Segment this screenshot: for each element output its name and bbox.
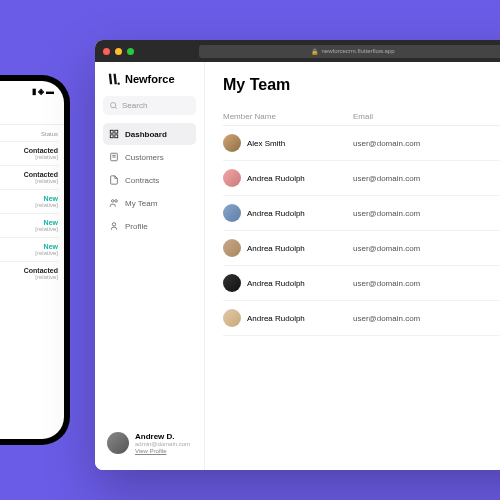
svg-point-12 — [112, 200, 115, 203]
table-row[interactable]: Andrea Rudolphuser@domain.com[relative] — [223, 301, 500, 336]
status-time: [relative] — [35, 202, 58, 208]
table-header: Member Name Email Last Active — [223, 108, 500, 126]
col-email: Email — [353, 112, 473, 121]
phone-list-header: Status — [0, 129, 58, 141]
user-name: Andrew D. — [135, 432, 190, 441]
minimize-dot[interactable] — [115, 48, 122, 55]
brand-logo-icon — [107, 72, 121, 86]
sidebar-item-label: Contracts — [125, 176, 159, 185]
member-name: Andrea Rudolph — [247, 209, 305, 218]
sidebar-item-my-team[interactable]: My Team — [103, 192, 196, 214]
url-bar[interactable]: 🔒 newforcecrm.flutterflow.app — [199, 45, 500, 58]
member-avatar — [223, 169, 241, 187]
search-input[interactable]: Search — [103, 96, 196, 115]
phone-list-row[interactable]: New[relative] — [0, 189, 58, 213]
wifi-icon: ◈ — [38, 87, 44, 96]
phone-list-row[interactable]: New[relative] — [0, 237, 58, 261]
phone-list-row[interactable]: New[relative] — [0, 213, 58, 237]
svg-rect-6 — [115, 130, 118, 133]
member-last-active: [relative] — [473, 174, 500, 183]
sidebar-item-contracts[interactable]: Contracts — [103, 169, 196, 191]
member-last-active: [relative] — [473, 279, 500, 288]
table-row[interactable]: Andrea Rudolphuser@domain.com[relative] — [223, 231, 500, 266]
member-email: user@domain.com — [353, 139, 473, 148]
member-avatar — [223, 204, 241, 222]
member-name: Andrea Rudolph — [247, 244, 305, 253]
brand-name: Newforce — [125, 73, 175, 85]
status-badge: New — [44, 195, 58, 202]
member-avatar — [223, 309, 241, 327]
nav: Dashboard Customers Contracts My Team Pr… — [103, 123, 196, 237]
sidebar-item-label: My Team — [125, 199, 157, 208]
status-badge: Contacted — [24, 147, 58, 154]
member-last-active: [relative] — [473, 314, 500, 323]
status-time: [relative] — [35, 226, 58, 232]
status-badge: New — [44, 219, 58, 226]
svg-point-14 — [112, 223, 115, 226]
svg-point-13 — [115, 200, 118, 203]
member-email: user@domain.com — [353, 314, 473, 323]
team-icon — [109, 198, 119, 208]
svg-rect-7 — [110, 135, 113, 138]
status-badge: Contacted — [24, 171, 58, 178]
status-time: [relative] — [35, 178, 58, 184]
phone-statusbar: ▮ ◈ ▬ — [0, 81, 64, 98]
sidebar-item-label: Dashboard — [125, 130, 167, 139]
maximize-dot[interactable] — [127, 48, 134, 55]
status-badge: New — [44, 243, 58, 250]
sidebar-footer[interactable]: Andrew D. admin@domain.com View Profile — [103, 426, 196, 460]
phone-list: Status Contacted[relative]Contacted[rela… — [0, 125, 64, 289]
profile-icon — [109, 221, 119, 231]
sidebar-item-profile[interactable]: Profile — [103, 215, 196, 237]
sidebar-item-label: Customers — [125, 153, 164, 162]
table-row[interactable]: Alex Smithuser@domain.com[relative] — [223, 126, 500, 161]
app-shell: Newforce Search Dashboard Customers Cont… — [95, 62, 500, 470]
member-last-active: [relative] — [473, 209, 500, 218]
brand[interactable]: Newforce — [103, 72, 196, 86]
status-time: [relative] — [35, 250, 58, 256]
col-last: Last Active — [473, 112, 500, 121]
svg-rect-5 — [110, 130, 113, 133]
member-name: Andrea Rudolph — [247, 174, 305, 183]
sidebar-item-dashboard[interactable]: Dashboard — [103, 123, 196, 145]
status-time: [relative] — [35, 274, 58, 280]
sidebar-item-label: Profile — [125, 222, 148, 231]
phone-list-row[interactable]: Contacted[relative] — [0, 165, 58, 189]
status-time: [relative] — [35, 154, 58, 160]
table-row[interactable]: Andrea Rudolphuser@domain.com[relative] — [223, 266, 500, 301]
window-titlebar: 🔒 newforcecrm.flutterflow.app — [95, 40, 500, 62]
sidebar: Newforce Search Dashboard Customers Cont… — [95, 62, 205, 470]
member-avatar — [223, 274, 241, 292]
member-name: Andrea Rudolph — [247, 314, 305, 323]
battery-icon: ▬ — [46, 87, 54, 96]
member-name: Andrea Rudolph — [247, 279, 305, 288]
phone-list-row[interactable]: Contacted[relative] — [0, 261, 58, 285]
status-badge: Contacted — [24, 267, 58, 274]
table-row[interactable]: Andrea Rudolphuser@domain.com[relative] — [223, 161, 500, 196]
svg-line-4 — [115, 107, 117, 109]
close-dot[interactable] — [103, 48, 110, 55]
search-placeholder: Search — [122, 101, 147, 110]
phone-mockup: ▮ ◈ ▬ Status Contacted[relative]Contacte… — [0, 75, 70, 445]
member-name: Alex Smith — [247, 139, 285, 148]
main-content: My Team Member Name Email Last Active Al… — [205, 62, 500, 470]
signal-icon: ▮ — [32, 87, 36, 96]
member-last-active: [relative] — [473, 244, 500, 253]
member-email: user@domain.com — [353, 279, 473, 288]
user-email: admin@domain.com — [135, 441, 190, 447]
table-row[interactable]: Andrea Rudolphuser@domain.com[relative] — [223, 196, 500, 231]
phone-screen: ▮ ◈ ▬ Status Contacted[relative]Contacte… — [0, 81, 64, 439]
team-table: Member Name Email Last Active Alex Smith… — [223, 108, 500, 336]
phone-searchbar[interactable] — [0, 98, 64, 125]
svg-rect-8 — [115, 135, 118, 138]
member-avatar — [223, 134, 241, 152]
lock-icon: 🔒 — [311, 48, 318, 55]
sidebar-item-customers[interactable]: Customers — [103, 146, 196, 168]
phone-list-row[interactable]: Contacted[relative] — [0, 141, 58, 165]
col-name: Member Name — [223, 112, 353, 121]
member-email: user@domain.com — [353, 244, 473, 253]
customers-icon — [109, 152, 119, 162]
svg-point-3 — [111, 103, 116, 108]
search-icon — [109, 101, 118, 110]
view-profile-link[interactable]: View Profile — [135, 448, 190, 454]
